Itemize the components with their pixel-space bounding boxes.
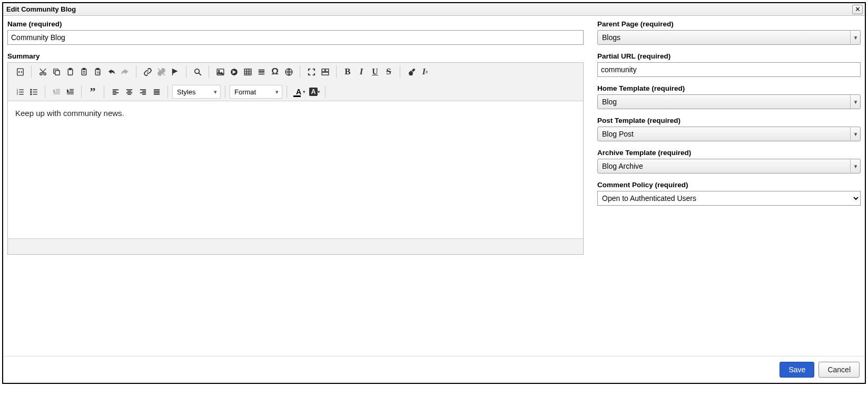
editor-toolbar: W xyxy=(8,63,583,101)
post-template-select[interactable]: Blog Post ▼ xyxy=(597,127,861,141)
chevron-down-icon: ▼ xyxy=(850,30,861,45)
hr-icon[interactable] xyxy=(254,65,268,79)
svg-text:3: 3 xyxy=(16,93,18,95)
left-column: Name (required) Summary xyxy=(7,20,584,352)
editor-body[interactable]: Keep up with community news. xyxy=(8,101,583,238)
dialog-title: Edit Community Blog xyxy=(5,5,852,13)
italic-icon[interactable]: I xyxy=(354,65,368,79)
copy-format-icon[interactable] xyxy=(405,65,418,79)
svg-line-14 xyxy=(199,73,201,75)
chevron-down-icon: ▼ xyxy=(850,127,861,141)
undo-icon[interactable] xyxy=(104,65,118,79)
maximize-icon[interactable] xyxy=(304,65,318,79)
image-icon[interactable] xyxy=(213,65,227,79)
dialog-window: Edit Community Blog ✕ Name (required) Su… xyxy=(2,2,866,384)
dialog-footer: Save Cancel xyxy=(3,356,865,383)
embed-icon[interactable] xyxy=(227,65,241,79)
cut-icon[interactable] xyxy=(36,65,50,79)
dialog-body: Name (required) Summary xyxy=(3,16,865,356)
svg-text:W: W xyxy=(96,71,100,74)
post-template-value: Blog Post xyxy=(602,130,634,138)
right-column: Parent Page (required) Blogs ▼ Partial U… xyxy=(597,20,861,352)
paste-text-icon[interactable] xyxy=(77,65,91,79)
indent-icon[interactable] xyxy=(63,85,77,99)
home-template-select[interactable]: Blog ▼ xyxy=(597,94,861,109)
special-char-icon[interactable]: Ω xyxy=(268,65,282,79)
dialog-titlebar: Edit Community Blog ✕ xyxy=(3,3,865,16)
svg-rect-12 xyxy=(172,69,172,75)
svg-point-13 xyxy=(194,69,199,73)
bg-color-button[interactable]: A ▾ xyxy=(306,85,321,99)
align-left-icon[interactable] xyxy=(108,85,122,99)
svg-rect-0 xyxy=(17,69,23,75)
partial-url-input[interactable] xyxy=(597,62,861,77)
name-input[interactable] xyxy=(7,30,584,45)
home-template-value: Blog xyxy=(602,98,617,106)
format-combo-label: Format xyxy=(234,88,256,96)
close-button[interactable]: ✕ xyxy=(852,5,863,14)
outdent-icon[interactable] xyxy=(50,85,63,99)
cancel-button[interactable]: Cancel xyxy=(818,362,860,378)
styles-combo[interactable]: Styles xyxy=(172,85,221,99)
svg-point-40 xyxy=(30,89,31,90)
format-combo[interactable]: Format xyxy=(230,85,282,99)
comment-policy-select[interactable]: Open to Authenticated Users xyxy=(597,191,861,206)
post-template-label: Post Template (required) xyxy=(597,117,861,124)
svg-rect-30 xyxy=(322,72,329,75)
editor-statusbar xyxy=(8,238,583,254)
unlink-icon[interactable] xyxy=(154,65,168,79)
archive-template-select[interactable]: Blog Archive ▼ xyxy=(597,159,861,173)
numbered-list-icon[interactable]: 123 xyxy=(13,85,27,99)
paste-word-icon[interactable]: W xyxy=(91,65,104,79)
summary-editor: W xyxy=(7,62,584,255)
source-icon[interactable] xyxy=(13,65,27,79)
svg-rect-18 xyxy=(244,69,251,74)
svg-point-42 xyxy=(30,93,31,94)
save-button[interactable]: Save xyxy=(780,362,814,378)
comment-policy-label: Comment Policy (required) xyxy=(597,181,861,189)
archive-template-value: Blog Archive xyxy=(602,162,643,170)
styles-combo-label: Styles xyxy=(177,88,195,96)
redo-icon[interactable] xyxy=(118,65,132,79)
svg-rect-3 xyxy=(55,70,60,75)
svg-rect-5 xyxy=(69,68,71,70)
anchor-icon[interactable] xyxy=(168,65,182,79)
align-center-icon[interactable] xyxy=(122,85,136,99)
bold-icon[interactable]: B xyxy=(341,65,354,79)
find-icon[interactable] xyxy=(191,65,204,79)
iframe-icon[interactable] xyxy=(282,65,295,79)
text-color-button[interactable]: A ▾ xyxy=(291,85,306,99)
svg-rect-29 xyxy=(326,69,329,71)
show-blocks-icon[interactable] xyxy=(318,65,332,79)
close-icon: ✕ xyxy=(855,5,861,13)
svg-point-16 xyxy=(218,70,219,71)
svg-point-41 xyxy=(30,91,31,92)
bullet-list-icon[interactable] xyxy=(27,85,41,99)
home-template-label: Home Template (required) xyxy=(597,84,861,92)
svg-rect-28 xyxy=(322,69,325,71)
summary-label: Summary xyxy=(7,52,584,60)
svg-rect-9 xyxy=(96,68,98,70)
underline-icon[interactable]: U xyxy=(368,65,382,79)
svg-rect-7 xyxy=(83,68,85,70)
table-icon[interactable] xyxy=(241,65,254,79)
align-justify-icon[interactable] xyxy=(150,85,163,99)
chevron-down-icon: ▼ xyxy=(850,94,861,109)
copy-icon[interactable] xyxy=(50,65,63,79)
blockquote-icon[interactable]: ” xyxy=(86,85,100,99)
remove-format-icon[interactable]: Ix xyxy=(418,65,432,79)
paste-icon[interactable] xyxy=(63,65,77,79)
partial-url-label: Partial URL (required) xyxy=(597,52,861,60)
name-label: Name (required) xyxy=(7,20,584,28)
align-right-icon[interactable] xyxy=(136,85,150,99)
link-icon[interactable] xyxy=(141,65,154,79)
archive-template-label: Archive Template (required) xyxy=(597,149,861,157)
parent-page-select[interactable]: Blogs ▼ xyxy=(597,30,861,45)
chevron-down-icon: ▼ xyxy=(850,159,861,173)
parent-page-value: Blogs xyxy=(602,33,620,42)
parent-page-label: Parent Page (required) xyxy=(597,20,861,28)
strike-icon[interactable]: S xyxy=(382,65,396,79)
